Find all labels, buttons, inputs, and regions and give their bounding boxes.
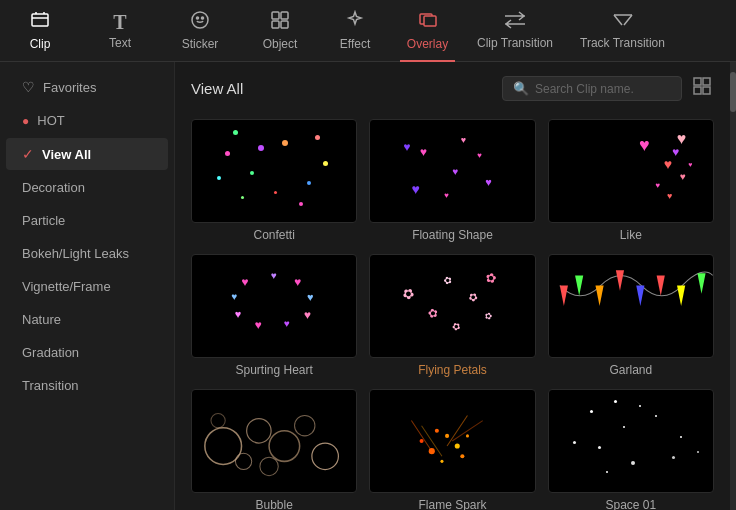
sidebar-gradation-label: Gradation <box>22 345 79 360</box>
sidebar-item-transition[interactable]: Transition <box>6 370 168 401</box>
nav-effect-label: Effect <box>340 37 370 51</box>
sidebar-decoration-label: Decoration <box>22 180 85 195</box>
nav-clip-transition[interactable]: Clip Transition <box>465 0 565 62</box>
hot-icon: ● <box>22 114 29 128</box>
nav-clip-transition-label: Clip Transition <box>477 36 553 50</box>
list-item[interactable]: ♥ ♥ ♥ ♥ ♥ ♥ ♥ ♥ ♥ Spurting Heart <box>191 254 357 377</box>
svg-rect-0 <box>32 14 48 26</box>
svg-point-31 <box>445 434 449 438</box>
nav-sticker[interactable]: Sticker <box>160 0 240 62</box>
svg-line-39 <box>447 415 467 446</box>
sidebar-item-favorites[interactable]: ♡ Favorites <box>6 71 168 103</box>
svg-point-3 <box>202 17 204 19</box>
nav-clip-label: Clip <box>30 37 51 51</box>
scrollbar-thumb[interactable] <box>730 72 736 112</box>
effect-icon <box>345 10 365 33</box>
sidebar-item-gradation[interactable]: Gradation <box>6 337 168 368</box>
sidebar-item-view-all[interactable]: ✓ View All <box>6 138 168 170</box>
sidebar-item-hot[interactable]: ● HOT <box>6 105 168 136</box>
overlay-icon <box>418 10 438 33</box>
svg-point-33 <box>435 429 439 433</box>
nav-track-transition-label: Track Transition <box>580 36 665 50</box>
sidebar-transition-label: Transition <box>22 378 79 393</box>
grid-view-toggle[interactable] <box>690 74 714 103</box>
svg-point-25 <box>269 431 300 462</box>
svg-point-24 <box>235 453 251 469</box>
nav-object-label: Object <box>263 37 298 51</box>
item-thumbnail <box>548 389 714 493</box>
nav-track-transition[interactable]: Track Transition <box>565 0 680 62</box>
sidebar-item-bokeh[interactable]: Bokeh/Light Leaks <box>6 238 168 269</box>
list-item[interactable]: ✿ ✿ ✿ ✿ ✿ ✿ ✿ Flying Petals <box>369 254 535 377</box>
svg-marker-15 <box>575 275 583 295</box>
list-item[interactable]: Space 01 <box>548 389 714 510</box>
sidebar-favorites-label: Favorites <box>43 80 96 95</box>
item-thumbnail: ✿ ✿ ✿ ✿ ✿ ✿ ✿ <box>369 254 535 358</box>
nav-overlay-label: Overlay <box>407 37 448 51</box>
sidebar-item-decoration[interactable]: Decoration <box>6 172 168 203</box>
svg-point-29 <box>260 457 278 475</box>
list-item[interactable]: Confetti <box>191 119 357 242</box>
sidebar-item-nature[interactable]: Nature <box>6 304 168 335</box>
svg-rect-9 <box>424 16 436 26</box>
search-area: 🔍 <box>502 74 714 103</box>
list-item[interactable]: Bubble <box>191 389 357 510</box>
content-header: View All 🔍 <box>175 62 730 115</box>
item-label: Spurting Heart <box>235 363 312 377</box>
nav-clip[interactable]: Clip <box>0 0 80 62</box>
svg-marker-20 <box>677 286 685 306</box>
nav-overlay[interactable]: Overlay <box>390 0 465 62</box>
item-label: Floating Shape <box>412 228 493 242</box>
svg-point-35 <box>441 460 444 463</box>
item-label: Space 01 <box>605 498 656 510</box>
sidebar-item-vignette[interactable]: Vignette/Frame <box>6 271 168 302</box>
sidebar-particle-label: Particle <box>22 213 65 228</box>
list-item[interactable]: Flame Spark <box>369 389 535 510</box>
svg-marker-18 <box>636 286 644 306</box>
svg-rect-10 <box>694 78 701 85</box>
top-navigation: Clip T Text Sticker Object <box>0 0 736 62</box>
svg-rect-5 <box>281 12 288 19</box>
item-thumbnail: ♥ ♥ ♥ ♥ ♥ ♥ ♥ ♥ <box>369 119 535 223</box>
sticker-icon <box>190 10 210 33</box>
search-box: 🔍 <box>502 76 682 101</box>
svg-point-37 <box>466 434 469 437</box>
svg-rect-4 <box>272 12 279 19</box>
item-label: Garland <box>609 363 652 377</box>
svg-point-23 <box>247 418 271 442</box>
nav-sticker-label: Sticker <box>182 37 219 51</box>
sidebar-bokeh-label: Bokeh/Light Leaks <box>22 246 129 261</box>
nav-text[interactable]: T Text <box>80 0 160 62</box>
item-label: Like <box>620 228 642 242</box>
track-transition-icon <box>612 11 634 32</box>
list-item[interactable]: Garland <box>548 254 714 377</box>
nav-effect[interactable]: Effect <box>320 0 390 62</box>
sidebar-item-particle[interactable]: Particle <box>6 205 168 236</box>
clip-transition-icon <box>504 11 526 32</box>
main-area: ♡ Favorites ● HOT ✓ View All Decoration … <box>0 62 736 510</box>
items-grid: Confetti ♥ ♥ ♥ ♥ ♥ ♥ ♥ ♥ <box>191 119 714 510</box>
nav-object[interactable]: Object <box>240 0 320 62</box>
search-input[interactable] <box>535 82 671 96</box>
svg-rect-11 <box>703 78 710 85</box>
item-thumbnail: ♥ ♥ ♥ ♥ ♥ ♥ ♥ ♥ ♥ <box>191 254 357 358</box>
item-thumbnail: ♥ ♥ ♥ ♥ ♥ ♥ ♥ ♥ <box>548 119 714 223</box>
scrollbar-track <box>730 62 736 510</box>
nav-text-label: Text <box>109 36 131 50</box>
list-item[interactable]: ♥ ♥ ♥ ♥ ♥ ♥ ♥ ♥ Floating Shape <box>369 119 535 242</box>
list-item[interactable]: ♥ ♥ ♥ ♥ ♥ ♥ ♥ ♥ Like <box>548 119 714 242</box>
svg-rect-12 <box>694 87 701 94</box>
sidebar: ♡ Favorites ● HOT ✓ View All Decoration … <box>0 62 175 510</box>
object-icon <box>270 10 290 33</box>
content-area: View All 🔍 <box>175 62 730 510</box>
item-thumbnail <box>191 119 357 223</box>
content-title: View All <box>191 80 243 97</box>
svg-point-27 <box>312 443 339 470</box>
grid-area: Confetti ♥ ♥ ♥ ♥ ♥ ♥ ♥ ♥ <box>175 115 730 510</box>
sidebar-view-all-label: View All <box>42 147 91 162</box>
clip-icon <box>30 10 50 33</box>
item-label: Confetti <box>253 228 294 242</box>
sidebar-vignette-label: Vignette/Frame <box>22 279 111 294</box>
svg-point-34 <box>461 454 465 458</box>
svg-rect-7 <box>281 21 288 28</box>
